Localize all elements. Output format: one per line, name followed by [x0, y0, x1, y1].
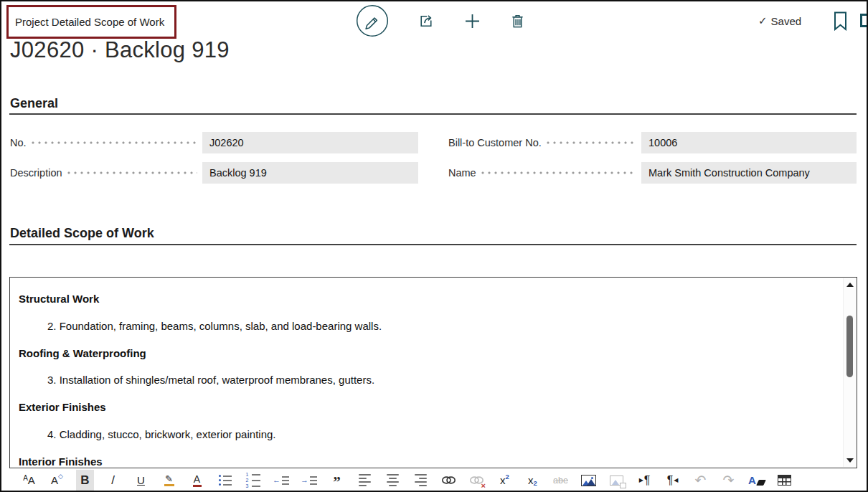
- italic-icon: /: [111, 473, 115, 488]
- quote-icon: ”: [333, 473, 341, 491]
- field-row-bill-to-customer-no: Bill-to Customer No. 10006: [448, 132, 857, 153]
- save-status-label: Saved: [771, 15, 802, 27]
- save-status: ✓ Saved: [758, 14, 801, 27]
- insert-link-button[interactable]: [440, 470, 458, 491]
- dotted-leader: [67, 171, 197, 174]
- highlight-button[interactable]: ✎: [160, 470, 178, 491]
- subscript-button[interactable]: x2: [524, 470, 542, 491]
- underline-icon: U: [137, 474, 145, 486]
- scrollbar-down-arrow[interactable]: [846, 458, 854, 463]
- trash-icon: [509, 13, 526, 29]
- dotted-leader: [547, 141, 636, 144]
- editor-list-item: 3. Installation of shingles/metal roof, …: [47, 374, 374, 386]
- superscript-button[interactable]: x2: [496, 470, 514, 491]
- align-center-icon: [387, 474, 399, 486]
- delete-button[interactable]: [509, 13, 526, 29]
- field-label-no: No.: [10, 137, 27, 148]
- scope-section-title: Detailed Scope of Work: [10, 226, 154, 241]
- insert-image-button[interactable]: [580, 470, 598, 491]
- field-row-description: Description Backlog 919: [10, 162, 418, 184]
- link-icon: [441, 475, 456, 486]
- blockquote-button[interactable]: ”: [328, 470, 346, 491]
- undo-button[interactable]: ↶: [692, 470, 709, 491]
- image-icon: [581, 475, 596, 486]
- page-frame: Project Detailed Scope of Work: [0, 0, 868, 492]
- field-label-name: Name: [448, 167, 476, 179]
- unlink-icon: [469, 475, 484, 486]
- window-control-button[interactable]: [860, 14, 868, 27]
- new-button[interactable]: [464, 13, 481, 29]
- font-color-button[interactable]: A: [188, 470, 206, 491]
- numbered-list-icon: 1 2 3: [246, 473, 260, 488]
- indent-button[interactable]: →: [300, 470, 318, 491]
- dotted-leader: [481, 171, 636, 174]
- bullet-list-button[interactable]: [216, 470, 234, 491]
- insert-table-button[interactable]: [775, 470, 793, 491]
- rtl-icon: ¶◀: [667, 474, 679, 487]
- check-icon: ✓: [758, 14, 768, 27]
- underline-button[interactable]: U: [132, 470, 150, 491]
- editor-heading: Interior Finishes: [19, 455, 103, 468]
- bullet-list-icon: [219, 475, 232, 486]
- editor-list-item: 4. Cladding, stucco, brickwork, exterior…: [47, 428, 275, 440]
- outdent-button[interactable]: ←: [272, 470, 290, 491]
- field-value-no[interactable]: J02620: [202, 132, 418, 153]
- clear-format-button[interactable]: A: [747, 470, 765, 491]
- bold-icon: B: [80, 473, 89, 488]
- highlighter-icon: ✎: [164, 474, 174, 486]
- page-caption-highlight: Project Detailed Scope of Work: [6, 5, 176, 39]
- numbered-list-button[interactable]: 1 2 3: [244, 470, 262, 491]
- align-center-button[interactable]: [384, 470, 402, 491]
- field-value-description[interactable]: Backlog 919: [202, 162, 418, 184]
- general-section-title: General: [10, 96, 58, 111]
- bold-button[interactable]: B: [76, 470, 94, 491]
- edit-button[interactable]: [356, 4, 389, 37]
- clear-format-icon: A: [748, 474, 765, 486]
- text-direction-ltr-button[interactable]: ▶¶: [636, 470, 654, 491]
- outdent-icon: ←: [273, 476, 289, 485]
- field-row-no: No. J02620: [10, 132, 418, 153]
- scrollbar-thumb[interactable]: [846, 316, 853, 377]
- record-title: J02620 · Backlog 919: [10, 37, 230, 63]
- font-size-button[interactable]: A◇: [48, 470, 66, 491]
- strikethrough-icon: abe: [553, 476, 568, 486]
- align-left-button[interactable]: [356, 470, 374, 491]
- share-button[interactable]: [418, 12, 435, 30]
- font-color-icon: A: [193, 474, 202, 487]
- general-section-rule: [9, 113, 857, 115]
- rich-text-editor[interactable]: Structural Work 2. Foundation, framing, …: [9, 277, 857, 468]
- align-right-icon: [415, 474, 427, 486]
- strikethrough-button[interactable]: abe: [552, 470, 570, 491]
- font-family-button[interactable]: AA: [20, 470, 38, 491]
- share-icon: [418, 12, 435, 30]
- align-left-icon: [359, 474, 371, 486]
- ltr-icon: ▶¶: [639, 474, 651, 487]
- redo-icon: ↷: [723, 472, 735, 488]
- italic-button[interactable]: /: [104, 470, 122, 491]
- text-direction-rtl-button[interactable]: ¶◀: [664, 470, 681, 491]
- editor-scrollbar[interactable]: [843, 278, 856, 467]
- editor-heading: Exterior Finishes: [19, 401, 106, 413]
- editor-toolbar: AA A◇ B / U ✎ A: [1, 470, 867, 491]
- redo-button[interactable]: ↷: [720, 470, 737, 491]
- editor-heading: Structural Work: [19, 293, 99, 305]
- plus-icon: [464, 13, 481, 29]
- remove-link-button[interactable]: [468, 470, 486, 491]
- editor-heading: Roofing & Waterproofing: [19, 347, 146, 359]
- scrollbar-up-arrow[interactable]: [846, 283, 854, 287]
- field-label-description: Description: [10, 167, 62, 179]
- subscript-icon: x: [528, 474, 534, 486]
- superscript-icon: x: [500, 474, 506, 486]
- editor-list-item: 2. Foundation, framing, beams, columns, …: [47, 320, 382, 332]
- resize-image-icon: [610, 476, 623, 486]
- align-right-button[interactable]: [412, 470, 430, 491]
- bookmark-button[interactable]: [834, 11, 847, 34]
- font-size-icon: A: [51, 474, 58, 486]
- field-label-bill-to-customer-no: Bill-to Customer No.: [448, 137, 542, 148]
- resize-image-button[interactable]: [608, 470, 626, 491]
- pencil-circle-icon: [356, 4, 389, 37]
- field-value-bill-to-customer-no[interactable]: 10006: [641, 132, 857, 153]
- action-bar: [356, 4, 526, 38]
- undo-icon: ↶: [695, 472, 707, 488]
- field-value-name[interactable]: Mark Smith Construction Company: [641, 162, 857, 184]
